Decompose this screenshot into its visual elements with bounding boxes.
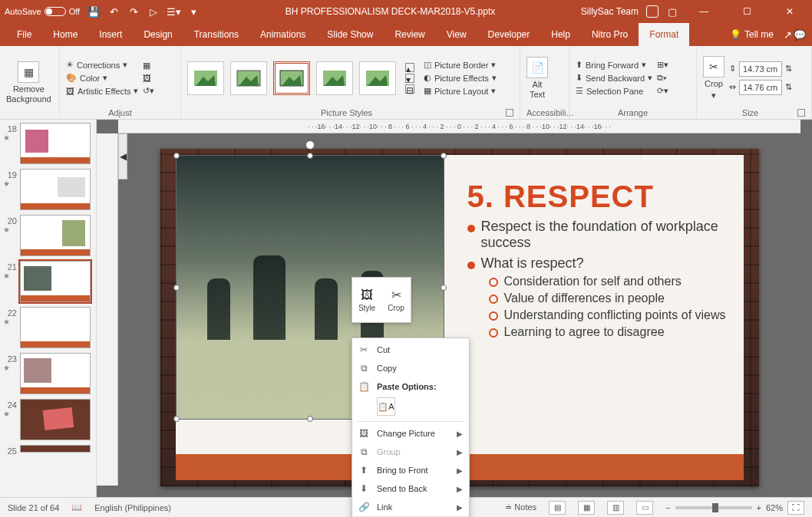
tab-file[interactable]: File [6, 23, 42, 46]
share-icon[interactable]: ↗ [781, 28, 794, 41]
language-status[interactable]: English (Philippines) [94, 503, 171, 512]
bring-forward-button[interactable]: ⬆ Bring Forward ▾ [576, 60, 652, 70]
slide-thumb-21[interactable] [20, 261, 91, 302]
menu-send-to-back[interactable]: ⬇Send to Back▶ [352, 479, 469, 498]
width-field[interactable]: ⇔ 14.76 cm ⇅ [729, 80, 792, 95]
comments-icon[interactable]: 💬 [794, 28, 806, 41]
vertical-ruler [97, 133, 118, 486]
slide-thumb-23[interactable] [20, 353, 91, 394]
tell-me-search[interactable]: 💡 Tell me [722, 29, 781, 40]
redo-icon[interactable]: ↷ [127, 5, 140, 18]
tab-design[interactable]: Design [133, 23, 183, 46]
picture-layout-button[interactable]: ▦ Picture Layout ▾ [424, 86, 497, 96]
slideshow-view-icon[interactable]: ▭ [636, 501, 653, 515]
zoom-out-button[interactable]: − [665, 503, 670, 512]
save-icon[interactable]: 💾 [87, 5, 100, 18]
undo-icon[interactable]: ↶ [107, 5, 120, 18]
remove-background-button[interactable]: ▦Remove Background [6, 61, 51, 103]
alt-text-button[interactable]: 📄Alt Text [526, 57, 548, 98]
paste-keep-formatting-icon[interactable]: 📋A [377, 397, 395, 416]
zoom-level[interactable]: 62% [766, 503, 783, 512]
change-picture-icon: 🖼 [357, 428, 371, 439]
fit-window-icon[interactable]: ⛶ [787, 501, 804, 515]
picture-styles-launcher-icon[interactable] [506, 109, 513, 117]
tab-developer[interactable]: Developer [477, 23, 541, 46]
style-gallery-more-icon[interactable]: ▴▾⊟ [405, 63, 414, 94]
rotate-icon[interactable]: ⟳▾ [657, 86, 668, 96]
picture-effects-button[interactable]: ◐ Picture Effects ▾ [424, 73, 497, 83]
align-icon[interactable]: ⊞▾ [657, 60, 668, 70]
collapse-thumbnails-icon[interactable]: ◀ [118, 133, 127, 179]
color-button[interactable]: 🎨 Color ▾ [66, 73, 138, 83]
tab-format[interactable]: Format [639, 23, 689, 46]
reset-picture-icon[interactable]: ↺▾ [143, 86, 154, 96]
slide-thumb-24[interactable] [20, 399, 91, 440]
paste-icon: 📋 [357, 381, 371, 392]
tab-home[interactable]: Home [42, 23, 88, 46]
tab-transitions[interactable]: Transitions [183, 23, 249, 46]
tab-review[interactable]: Review [384, 23, 435, 46]
slide-title: 5. RESPECT [467, 179, 728, 214]
slide-editor[interactable]: · · ·16· · ·14· · ·12· · ·10· · · 8 · · … [97, 120, 812, 497]
size-launcher-icon[interactable] [797, 109, 805, 117]
minimize-button[interactable]: — [686, 0, 721, 23]
zoom-slider[interactable] [675, 506, 752, 509]
notes-button[interactable]: ≐ Notes [505, 502, 536, 512]
mini-crop-button[interactable]: ✂Crop [381, 278, 411, 322]
menu-bring-to-front[interactable]: ⬆Bring to Front▶ [352, 461, 469, 479]
picture-style-gallery[interactable] [187, 61, 396, 95]
menu-cut[interactable]: ✂Cut [352, 341, 469, 359]
picture-border-button[interactable]: ◫ Picture Border ▾ [424, 60, 497, 70]
ribbon: ▦Remove Background ☀ Corrections ▾ 🎨 Col… [0, 46, 812, 120]
compress-pictures-icon[interactable]: ▦ [143, 61, 154, 71]
mini-style-button[interactable]: 🖼Style [352, 278, 381, 322]
close-button[interactable]: ✕ [772, 0, 807, 23]
selection-pane-button[interactable]: ☰ Selection Pane [576, 86, 652, 96]
maximize-button[interactable]: ☐ [729, 0, 764, 23]
tab-help[interactable]: Help [540, 23, 581, 46]
crop-button[interactable]: ✂Crop▾ [703, 56, 725, 99]
account-icon[interactable] [646, 5, 659, 18]
slide-thumb-19[interactable] [20, 169, 91, 210]
account-name[interactable]: SillySac Team [581, 6, 639, 17]
ribbon-options-icon[interactable]: ▢ [666, 5, 678, 18]
touch-mode-icon[interactable]: ☰▾ [167, 5, 180, 18]
slide-thumb-18[interactable] [20, 123, 91, 164]
menu-change-picture[interactable]: 🖼Change Picture▶ [352, 424, 469, 443]
document-title: BH PROFESSIONALISM DECK-MAR2018-V5.pptx [200, 6, 581, 17]
artistic-effects-button[interactable]: 🖼 Artistic Effects ▾ [66, 86, 138, 96]
zoom-in-button[interactable]: + [757, 503, 761, 512]
qat-more-icon[interactable]: ▾ [187, 5, 200, 18]
tab-view[interactable]: View [436, 23, 477, 46]
send-backward-button[interactable]: ⬇ Send Backward ▾ [576, 73, 652, 83]
sorter-view-icon[interactable]: ▦ [578, 501, 595, 515]
slide-thumb-20[interactable] [20, 215, 91, 256]
height-field[interactable]: ⇕ 14.73 cm ⇅ [729, 61, 792, 77]
group-icon[interactable]: ⧉▾ [657, 73, 668, 83]
slide-text: 5. RESPECT Respect is the foundation of … [467, 179, 728, 339]
menu-link[interactable]: 🔗Link▶ [352, 498, 469, 516]
workspace: 18★ 19★ 20★ 21★ 22★ 23★ 24★ 25 · · ·16· … [0, 120, 812, 497]
tab-insert[interactable]: Insert [88, 23, 133, 46]
slide-thumb-22[interactable] [20, 307, 91, 348]
normal-view-icon[interactable]: ▤ [549, 501, 566, 515]
spellcheck-icon[interactable]: 📖 [71, 502, 82, 512]
tab-slideshow[interactable]: Slide Show [316, 23, 384, 46]
reading-view-icon[interactable]: ▥ [607, 501, 624, 515]
slide-thumbnail-panel[interactable]: 18★ 19★ 20★ 21★ 22★ 23★ 24★ 25 [0, 120, 97, 497]
slide-thumb-25[interactable] [20, 445, 91, 453]
corrections-button[interactable]: ☀ Corrections ▾ [66, 60, 138, 70]
group-icon: ⧉ [357, 446, 371, 457]
copy-icon: ⧉ [357, 363, 371, 374]
slide-counter[interactable]: Slide 21 of 64 [8, 503, 59, 512]
autosave-toggle[interactable]: AutoSave Off [5, 7, 80, 16]
send-back-icon: ⬇ [357, 483, 371, 494]
tab-nitro[interactable]: Nitro Pro [581, 23, 639, 46]
cut-icon: ✂ [357, 344, 371, 355]
mini-toolbar: 🖼Style ✂Crop [352, 277, 411, 323]
change-picture-icon[interactable]: 🖼 [143, 74, 154, 83]
menu-copy[interactable]: ⧉Copy [352, 359, 469, 377]
from-beginning-icon[interactable]: ▷ [147, 5, 160, 18]
menu-paste-options-label: 📋Paste Options: [352, 377, 469, 396]
tab-animations[interactable]: Animations [249, 23, 316, 46]
